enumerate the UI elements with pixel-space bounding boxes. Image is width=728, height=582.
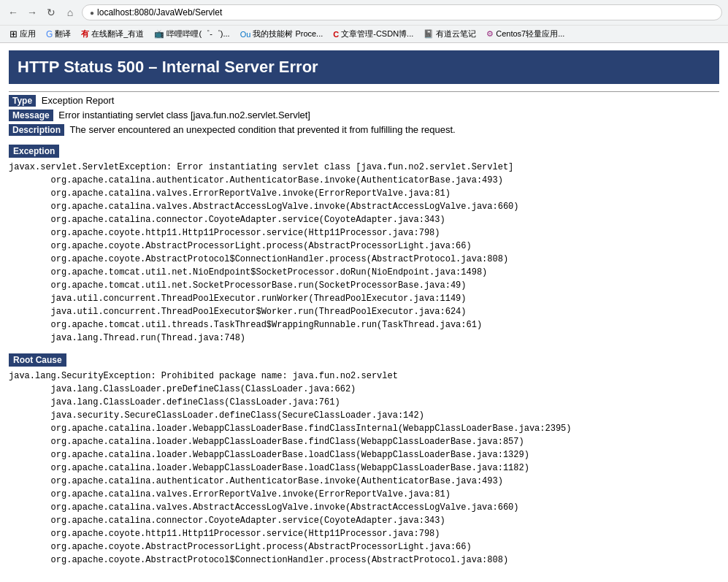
translate-icon: G [46,29,53,39]
bookmarks-bar: ⊞ 应用 G 翻译 有 在线翻译_有道 📺 哔哩哔哩(゜-゜)... Ou 我的… [0,25,728,42]
type-label: Type [9,95,36,107]
exception-trace: javax.servlet.ServletException: Error in… [9,161,719,345]
bookmark-csdn[interactable]: C 文章管理-CSDN博... [329,27,417,41]
type-value: Exception Report [42,95,115,106]
description-label: Description [9,124,64,136]
description-value: The server encountered an unexpected con… [69,124,455,135]
refresh-button[interactable]: ↻ [44,5,58,20]
bookmark-youdao-note[interactable]: 📓 有道云笔记 [420,27,480,41]
csdn-label: 文章管理-CSDN博... [341,28,413,39]
outlook-icon: Ou [240,30,251,39]
csdn-icon: C [333,30,339,39]
home-button[interactable]: ⌂ [63,5,77,20]
bookmark-translate[interactable]: G 翻译 [42,27,74,41]
root-cause-trace: java.lang.SecurityException: Prohibited … [9,370,719,567]
bookmark-centos[interactable]: ⚙ Centos7轻量应用... [483,27,568,41]
centos-label: Centos7轻量应用... [496,28,564,39]
bookmark-outlook[interactable]: Ou 我的技能树 Proce... [237,27,327,41]
exception-header-wrapper: Exception [9,139,719,161]
url-text: localhost:8080/JavaWeb/Servlet [97,7,222,18]
page-content: HTTP Status 500 – Internal Server Error … [0,43,728,577]
bilibili-label: 哔哩哔哩(゜-゜)... [166,28,229,39]
lock-icon: ● [90,9,94,17]
youdao-label: 在线翻译_有道 [91,28,144,39]
apps-label: 应用 [20,28,36,39]
youdao-note-label: 有道云笔记 [436,28,476,39]
browser-nav: ← → ↻ ⌂ ● localhost:8080/JavaWeb/Servlet [0,0,728,25]
bookmark-youdao[interactable]: 有 在线翻译_有道 [77,27,147,41]
centos-icon: ⚙ [486,29,494,39]
translate-label: 翻译 [55,28,71,39]
address-bar[interactable]: ● localhost:8080/JavaWeb/Servlet [82,4,722,20]
youdao-note-icon: 📓 [424,29,434,39]
back-button[interactable]: ← [6,5,20,20]
browser-chrome: ← → ↻ ⌂ ● localhost:8080/JavaWeb/Servlet… [0,0,728,43]
divider-top [9,91,719,92]
page-title: HTTP Status 500 – Internal Server Error [9,50,719,84]
root-cause-header-wrapper: Root Cause [9,348,719,370]
youdao-icon: 有 [81,28,89,39]
message-value: Error instantiating servlet class [java.… [58,110,310,120]
message-section: Message Error instantiating servlet clas… [9,110,719,121]
message-label: Message [9,110,53,121]
bookmark-bilibili[interactable]: 📺 哔哩哔哩(゜-゜)... [150,27,233,41]
forward-button[interactable]: → [25,5,39,20]
type-section: Type Exception Report [9,95,719,107]
outlook-label: 我的技能树 Proce... [253,28,323,39]
exception-label: Exception [9,145,59,158]
bilibili-icon: 📺 [154,29,164,39]
apps-icon: ⊞ [9,28,18,39]
description-section: Description The server encountered an un… [9,124,719,136]
bookmark-apps[interactable]: ⊞ 应用 [6,27,39,41]
root-cause-label: Root Cause [9,353,66,367]
